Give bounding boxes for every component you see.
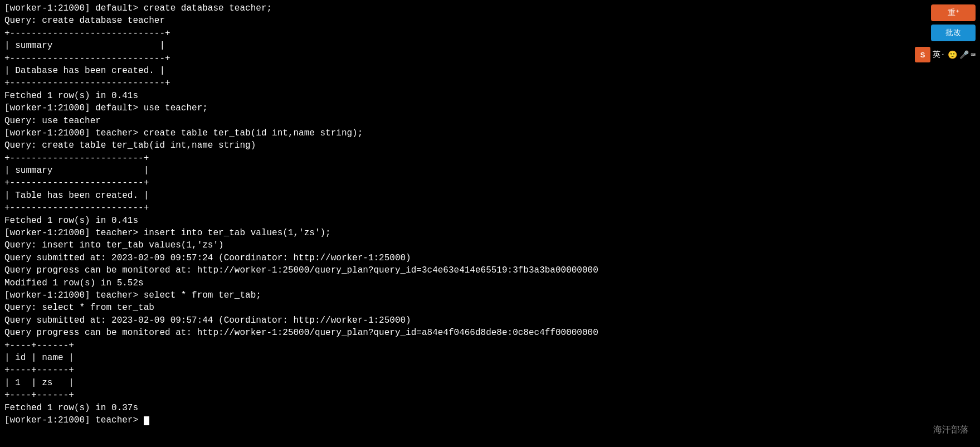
terminal-line: [worker-1:21000] default> create databas… xyxy=(4,2,820,14)
terminal-line: +-----------------------------+ xyxy=(4,77,820,89)
terminal-line: Query: use teacher xyxy=(4,115,820,127)
terminal-line: +-------------------------+ xyxy=(4,152,820,164)
red-button[interactable]: 重⁺ xyxy=(931,4,976,21)
terminal-line: Query: insert into ter_tab values(1,'zs'… xyxy=(4,239,820,251)
terminal-line: +----+------+ xyxy=(4,389,820,401)
terminal-line: Query submitted at: 2023-02-09 09:57:24 … xyxy=(4,252,820,264)
terminal-line: [worker-1:21000] default> use teacher; xyxy=(4,102,820,114)
terminal-line: Query: create table ter_tab(id int,name … xyxy=(4,139,820,152)
terminal-line: | summary | xyxy=(4,164,820,177)
terminal-line: +-------------------------+ xyxy=(4,202,820,214)
terminal-line: Query progress can be monitored at: http… xyxy=(4,264,820,276)
terminal-line: +-------------------------+ xyxy=(4,177,820,189)
terminal-line: Query progress can be monitored at: http… xyxy=(4,327,820,339)
sidebar-panel: 重⁺ 批改 S 英· 🙂 🎤 ⌨ xyxy=(825,0,980,447)
terminal-output: [worker-1:21000] default> create databas… xyxy=(0,0,825,447)
watermark-text: 海汗部落 xyxy=(933,424,969,436)
terminal-line: [worker-1:21000] teacher> select * from … xyxy=(4,289,820,302)
terminal-line: +----+------+ xyxy=(4,364,820,376)
terminal-line: [worker-1:21000] teacher> insert into te… xyxy=(4,227,820,239)
terminal-line: | summary | xyxy=(4,40,820,52)
ime-logo-icon: S xyxy=(915,47,930,62)
terminal-line: Query: create database teacher xyxy=(4,14,820,27)
emoji-icon: 🙂 xyxy=(948,50,957,60)
blue-button[interactable]: 批改 xyxy=(931,25,976,41)
keyboard-icon: ⌨ xyxy=(971,50,976,60)
terminal-line: Modified 1 row(s) in 5.52s xyxy=(4,277,820,289)
terminal-line: +-----------------------------+ xyxy=(4,27,820,40)
mic-icon: 🎤 xyxy=(959,50,969,60)
terminal-cursor xyxy=(144,416,149,425)
terminal-line: Fetched 1 row(s) in 0.41s xyxy=(4,215,820,227)
terminal-line: Query submitted at: 2023-02-09 09:57:44 … xyxy=(4,314,820,327)
terminal-line: | Database has been created. | xyxy=(4,65,820,77)
terminal-line: | id | name | xyxy=(4,352,820,364)
ime-icons-row: 英· 🙂 🎤 ⌨ xyxy=(933,50,976,60)
terminal-line: Query: select * from ter_tab xyxy=(4,302,820,314)
terminal-line: | 1 | zs | xyxy=(4,377,820,389)
terminal-line: | Table has been created. | xyxy=(4,190,820,202)
terminal-line: +----+------+ xyxy=(4,339,820,352)
terminal-line: Fetched 1 row(s) in 0.37s xyxy=(4,402,820,414)
terminal-line: +-----------------------------+ xyxy=(4,52,820,65)
terminal-line: Fetched 1 row(s) in 0.41s xyxy=(4,90,820,102)
terminal-line: [worker-1:21000] teacher> xyxy=(4,414,820,426)
ime-text-label: 英· xyxy=(933,50,945,60)
ime-toolbar: S 英· 🙂 🎤 ⌨ xyxy=(915,47,976,62)
terminal-line: [worker-1:21000] teacher> create table t… xyxy=(4,127,820,139)
